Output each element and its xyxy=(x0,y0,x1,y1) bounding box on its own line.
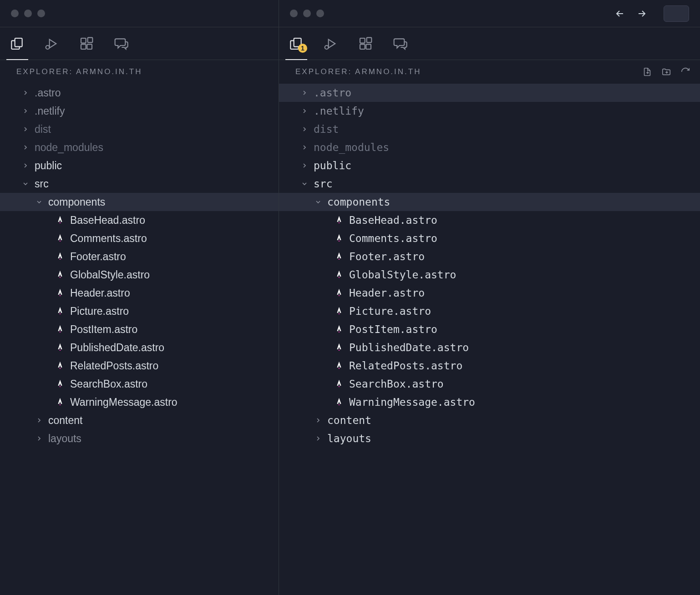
chevron-right-icon[interactable] xyxy=(21,144,30,151)
file-row[interactable]: RelatedPosts.astro xyxy=(0,357,279,375)
folder-row[interactable]: .netlify xyxy=(279,102,700,120)
file-row[interactable]: PostItem.astro xyxy=(279,320,700,338)
folder-row[interactable]: src xyxy=(0,175,279,193)
zoom-window-dot[interactable] xyxy=(316,10,324,17)
run-debug-tab-icon[interactable] xyxy=(323,35,339,52)
svg-marker-1 xyxy=(50,39,56,48)
astro-file-icon xyxy=(334,342,345,353)
file-row[interactable]: Footer.astro xyxy=(279,247,700,266)
folder-label: dist xyxy=(35,123,51,136)
file-label: PublishedDate.astro xyxy=(70,342,164,354)
folder-row[interactable]: dist xyxy=(0,120,279,138)
nav-back-icon[interactable] xyxy=(614,8,625,19)
close-window-dot[interactable] xyxy=(290,10,298,17)
chevron-right-icon[interactable] xyxy=(314,417,323,424)
svg-rect-12 xyxy=(366,44,371,49)
folder-label: .netlify xyxy=(35,105,65,117)
explorer-header: EXPLORER: ARMNO.IN.TH xyxy=(279,60,700,84)
folder-row[interactable]: dist xyxy=(279,120,700,138)
file-tree: .astro.netlifydistnode_modulespublicsrcc… xyxy=(279,84,700,595)
folder-row[interactable]: src xyxy=(279,175,700,193)
file-label: Picture.astro xyxy=(349,305,431,317)
file-row[interactable]: SearchBox.astro xyxy=(279,375,700,393)
chevron-right-icon[interactable] xyxy=(300,107,309,115)
editor-pane-right: 1 EXPLORER: ARMNO.IN.TH xyxy=(279,0,700,595)
chevron-right-icon[interactable] xyxy=(21,107,30,115)
file-row[interactable]: GlobalStyle.astro xyxy=(0,266,279,284)
explorer-tab-icon[interactable]: 1 xyxy=(288,35,304,52)
astro-file-icon xyxy=(334,306,345,317)
folder-row[interactable]: node_modules xyxy=(0,138,279,156)
chevron-down-icon[interactable] xyxy=(35,198,44,206)
folder-row[interactable]: content xyxy=(0,411,279,429)
file-row[interactable]: PostItem.astro xyxy=(0,320,279,338)
chevron-right-icon[interactable] xyxy=(300,162,309,169)
file-label: BaseHead.astro xyxy=(349,214,437,226)
chevron-right-icon[interactable] xyxy=(300,126,309,133)
chevron-right-icon[interactable] xyxy=(21,89,30,96)
folder-row[interactable]: public xyxy=(279,156,700,175)
file-row[interactable]: BaseHead.astro xyxy=(0,211,279,229)
chevron-down-icon[interactable] xyxy=(21,180,30,187)
minimize-window-dot[interactable] xyxy=(303,10,311,17)
folder-label: .astro xyxy=(314,87,351,99)
file-row[interactable]: Footer.astro xyxy=(0,247,279,266)
file-row[interactable]: Picture.astro xyxy=(279,302,700,320)
chevron-right-icon[interactable] xyxy=(35,435,44,442)
titlebar xyxy=(279,0,700,27)
file-row[interactable]: SearchBox.astro xyxy=(0,375,279,393)
folder-row[interactable]: content xyxy=(279,411,700,429)
run-debug-tab-icon[interactable] xyxy=(44,35,60,52)
folder-row[interactable]: layouts xyxy=(279,429,700,448)
chevron-down-icon[interactable] xyxy=(300,180,309,187)
folder-row[interactable]: components xyxy=(0,193,279,211)
file-row[interactable]: PublishedDate.astro xyxy=(0,338,279,357)
extensions-tab-icon[interactable] xyxy=(357,35,374,52)
file-row[interactable]: WarningMessage.astro xyxy=(0,393,279,411)
astro-file-icon xyxy=(55,397,66,408)
file-label: GlobalStyle.astro xyxy=(70,269,150,281)
new-folder-icon[interactable] xyxy=(661,66,672,77)
file-row[interactable]: Comments.astro xyxy=(0,229,279,247)
refresh-icon[interactable] xyxy=(680,66,691,77)
folder-row[interactable]: components xyxy=(279,193,700,211)
file-row[interactable]: BaseHead.astro xyxy=(279,211,700,229)
file-row[interactable]: RelatedPosts.astro xyxy=(279,357,700,375)
chevron-right-icon[interactable] xyxy=(21,126,30,133)
file-row[interactable]: Header.astro xyxy=(0,284,279,302)
file-tree: .astro.netlifydistnode_modulespublicsrcc… xyxy=(0,84,279,595)
traffic-lights xyxy=(290,10,324,17)
chevron-right-icon[interactable] xyxy=(21,162,30,169)
file-row[interactable]: PublishedDate.astro xyxy=(279,338,700,357)
file-label: PostItem.astro xyxy=(70,323,137,336)
chat-tab-icon[interactable] xyxy=(392,35,408,52)
folder-row[interactable]: node_modules xyxy=(279,138,700,156)
command-center-input[interactable] xyxy=(664,5,689,22)
file-row[interactable]: WarningMessage.astro xyxy=(279,393,700,411)
astro-file-icon xyxy=(55,251,66,262)
nav-forward-icon[interactable] xyxy=(636,8,647,19)
chat-tab-icon[interactable] xyxy=(113,35,129,52)
extensions-tab-icon[interactable] xyxy=(78,35,95,52)
chevron-right-icon[interactable] xyxy=(314,435,323,442)
chevron-right-icon[interactable] xyxy=(300,89,309,96)
folder-row[interactable]: .astro xyxy=(0,84,279,102)
chevron-right-icon[interactable] xyxy=(300,144,309,151)
file-row[interactable]: GlobalStyle.astro xyxy=(279,266,700,284)
chevron-down-icon[interactable] xyxy=(314,198,323,206)
folder-row[interactable]: .netlify xyxy=(0,102,279,120)
folder-row[interactable]: .astro xyxy=(279,84,700,102)
file-row[interactable]: Comments.astro xyxy=(279,229,700,247)
astro-file-icon xyxy=(334,324,345,335)
minimize-window-dot[interactable] xyxy=(24,10,32,17)
chevron-right-icon[interactable] xyxy=(35,417,44,424)
new-file-icon[interactable] xyxy=(642,66,653,77)
zoom-window-dot[interactable] xyxy=(37,10,45,17)
explorer-tab-icon[interactable] xyxy=(9,35,25,52)
folder-row[interactable]: layouts xyxy=(0,429,279,448)
close-window-dot[interactable] xyxy=(11,10,19,17)
file-row[interactable]: Header.astro xyxy=(279,284,700,302)
file-row[interactable]: Picture.astro xyxy=(0,302,279,320)
folder-row[interactable]: public xyxy=(0,156,279,175)
svg-rect-6 xyxy=(88,37,93,42)
